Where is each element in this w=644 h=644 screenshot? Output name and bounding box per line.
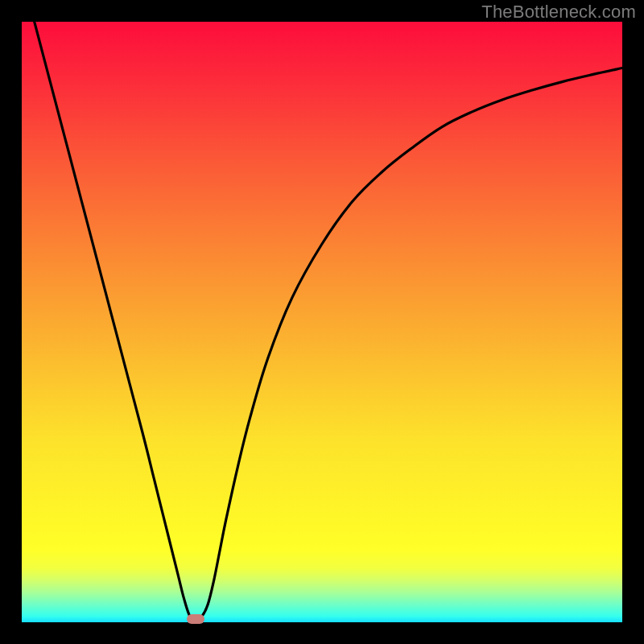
- chart-svg: [22, 22, 622, 622]
- bottleneck-curve: [22, 22, 622, 619]
- watermark-text: TheBottleneck.com: [481, 2, 636, 23]
- plot-area: [22, 22, 622, 622]
- optimum-marker: [187, 614, 204, 624]
- chart-frame: TheBottleneck.com: [0, 0, 644, 644]
